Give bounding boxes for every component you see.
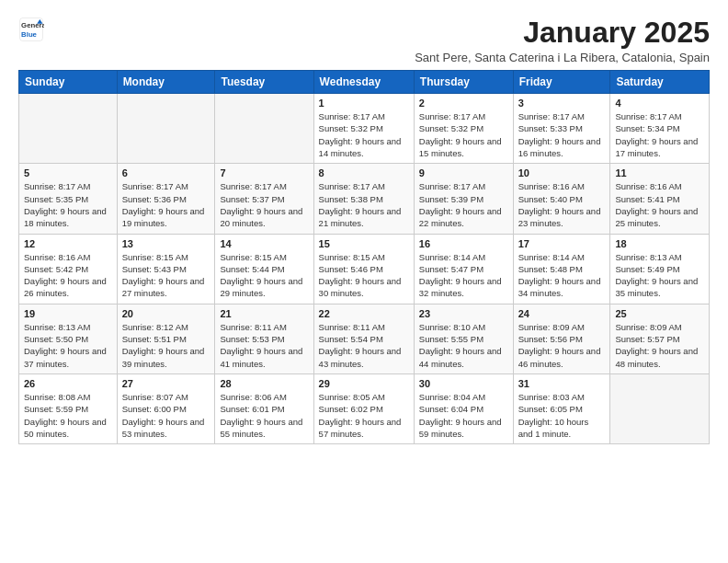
day-number: 7 xyxy=(220,167,308,178)
day-number: 18 xyxy=(615,238,704,249)
col-tuesday: Tuesday xyxy=(215,71,313,94)
day-info: Sunrise: 8:15 AM Sunset: 5:46 PM Dayligh… xyxy=(319,251,409,300)
day-number: 3 xyxy=(518,98,606,109)
day-cell: 28Sunrise: 8:06 AM Sunset: 6:01 PM Dayli… xyxy=(215,373,313,443)
day-info: Sunrise: 8:13 AM Sunset: 5:50 PM Dayligh… xyxy=(24,321,112,370)
day-info: Sunrise: 8:12 AM Sunset: 5:51 PM Dayligh… xyxy=(122,321,210,370)
month-title: January 2025 xyxy=(415,17,710,49)
day-cell: 4Sunrise: 8:17 AM Sunset: 5:34 PM Daylig… xyxy=(610,94,710,164)
day-info: Sunrise: 8:16 AM Sunset: 5:42 PM Dayligh… xyxy=(24,251,112,300)
day-number: 2 xyxy=(419,98,508,109)
day-number: 14 xyxy=(220,238,308,249)
day-info: Sunrise: 8:17 AM Sunset: 5:34 PM Dayligh… xyxy=(615,110,704,159)
day-info: Sunrise: 8:11 AM Sunset: 5:53 PM Dayligh… xyxy=(220,321,308,370)
day-number: 16 xyxy=(419,238,508,249)
calendar-table: Sunday Monday Tuesday Wednesday Thursday… xyxy=(18,70,710,444)
col-friday: Friday xyxy=(513,71,610,94)
day-number: 22 xyxy=(319,308,409,319)
day-cell: 16Sunrise: 8:14 AM Sunset: 5:47 PM Dayli… xyxy=(414,234,513,304)
day-info: Sunrise: 8:16 AM Sunset: 5:41 PM Dayligh… xyxy=(615,180,704,229)
day-number: 8 xyxy=(319,167,409,178)
calendar-page: General Blue January 2025 Sant Pere, San… xyxy=(0,0,728,461)
day-cell: 13Sunrise: 8:15 AM Sunset: 5:43 PM Dayli… xyxy=(117,234,215,304)
day-number: 31 xyxy=(518,378,606,389)
day-cell xyxy=(215,94,313,164)
day-info: Sunrise: 8:09 AM Sunset: 5:56 PM Dayligh… xyxy=(518,321,606,370)
day-number: 9 xyxy=(419,167,508,178)
header: General Blue January 2025 Sant Pere, San… xyxy=(18,17,710,64)
day-cell: 25Sunrise: 8:09 AM Sunset: 5:57 PM Dayli… xyxy=(610,304,710,373)
day-number: 5 xyxy=(24,167,112,178)
col-thursday: Thursday xyxy=(414,71,513,94)
day-number: 17 xyxy=(518,238,606,249)
day-cell: 29Sunrise: 8:05 AM Sunset: 6:02 PM Dayli… xyxy=(313,373,414,443)
day-cell: 17Sunrise: 8:14 AM Sunset: 5:48 PM Dayli… xyxy=(513,234,610,304)
col-saturday: Saturday xyxy=(610,71,710,94)
day-cell xyxy=(610,373,710,443)
day-info: Sunrise: 8:17 AM Sunset: 5:39 PM Dayligh… xyxy=(419,180,508,229)
day-info: Sunrise: 8:17 AM Sunset: 5:32 PM Dayligh… xyxy=(319,110,409,159)
day-cell: 6Sunrise: 8:17 AM Sunset: 5:36 PM Daylig… xyxy=(117,164,215,234)
col-monday: Monday xyxy=(117,71,215,94)
day-info: Sunrise: 8:17 AM Sunset: 5:36 PM Dayligh… xyxy=(122,180,210,229)
col-sunday: Sunday xyxy=(19,71,118,94)
day-cell: 8Sunrise: 8:17 AM Sunset: 5:38 PM Daylig… xyxy=(313,164,414,234)
day-number: 30 xyxy=(419,378,508,389)
day-info: Sunrise: 8:11 AM Sunset: 5:54 PM Dayligh… xyxy=(319,321,409,370)
day-cell: 7Sunrise: 8:17 AM Sunset: 5:37 PM Daylig… xyxy=(215,164,313,234)
day-info: Sunrise: 8:09 AM Sunset: 5:57 PM Dayligh… xyxy=(615,321,704,370)
day-number: 29 xyxy=(319,378,409,389)
svg-text:Blue: Blue xyxy=(21,30,38,39)
day-number: 13 xyxy=(122,238,210,249)
day-cell: 19Sunrise: 8:13 AM Sunset: 5:50 PM Dayli… xyxy=(19,304,118,373)
day-info: Sunrise: 8:14 AM Sunset: 5:47 PM Dayligh… xyxy=(419,251,508,300)
day-cell: 18Sunrise: 8:13 AM Sunset: 5:49 PM Dayli… xyxy=(610,234,710,304)
day-info: Sunrise: 8:16 AM Sunset: 5:40 PM Dayligh… xyxy=(518,180,606,229)
title-block: January 2025 Sant Pere, Santa Caterina i… xyxy=(415,17,710,64)
day-info: Sunrise: 8:17 AM Sunset: 5:38 PM Dayligh… xyxy=(319,180,409,229)
day-number: 21 xyxy=(220,308,308,319)
day-cell: 2Sunrise: 8:17 AM Sunset: 5:32 PM Daylig… xyxy=(414,94,513,164)
day-cell: 5Sunrise: 8:17 AM Sunset: 5:35 PM Daylig… xyxy=(19,164,118,234)
day-info: Sunrise: 8:13 AM Sunset: 5:49 PM Dayligh… xyxy=(615,251,704,300)
day-number: 11 xyxy=(615,167,704,178)
day-number: 19 xyxy=(24,308,112,319)
day-number: 28 xyxy=(220,378,308,389)
day-number: 10 xyxy=(518,167,606,178)
day-cell: 14Sunrise: 8:15 AM Sunset: 5:44 PM Dayli… xyxy=(215,234,313,304)
day-cell xyxy=(117,94,215,164)
day-info: Sunrise: 8:04 AM Sunset: 6:04 PM Dayligh… xyxy=(419,391,508,440)
day-number: 25 xyxy=(615,308,704,319)
day-info: Sunrise: 8:06 AM Sunset: 6:01 PM Dayligh… xyxy=(220,391,308,440)
day-number: 1 xyxy=(319,98,409,109)
day-info: Sunrise: 8:05 AM Sunset: 6:02 PM Dayligh… xyxy=(319,391,409,440)
day-cell: 10Sunrise: 8:16 AM Sunset: 5:40 PM Dayli… xyxy=(513,164,610,234)
day-number: 6 xyxy=(122,167,210,178)
day-cell: 3Sunrise: 8:17 AM Sunset: 5:33 PM Daylig… xyxy=(513,94,610,164)
day-cell: 11Sunrise: 8:16 AM Sunset: 5:41 PM Dayli… xyxy=(610,164,710,234)
day-cell: 27Sunrise: 8:07 AM Sunset: 6:00 PM Dayli… xyxy=(117,373,215,443)
week-row-2: 5Sunrise: 8:17 AM Sunset: 5:35 PM Daylig… xyxy=(19,164,710,234)
week-row-3: 12Sunrise: 8:16 AM Sunset: 5:42 PM Dayli… xyxy=(19,234,710,304)
day-info: Sunrise: 8:07 AM Sunset: 6:00 PM Dayligh… xyxy=(122,391,210,440)
day-number: 4 xyxy=(615,98,704,109)
day-number: 15 xyxy=(319,238,409,249)
day-cell xyxy=(19,94,118,164)
day-cell: 26Sunrise: 8:08 AM Sunset: 5:59 PM Dayli… xyxy=(19,373,118,443)
subtitle: Sant Pere, Santa Caterina i La Ribera, C… xyxy=(415,51,710,64)
day-cell: 24Sunrise: 8:09 AM Sunset: 5:56 PM Dayli… xyxy=(513,304,610,373)
day-number: 23 xyxy=(419,308,508,319)
day-number: 27 xyxy=(122,378,210,389)
day-cell: 23Sunrise: 8:10 AM Sunset: 5:55 PM Dayli… xyxy=(414,304,513,373)
day-number: 12 xyxy=(24,238,112,249)
day-number: 20 xyxy=(122,308,210,319)
day-info: Sunrise: 8:10 AM Sunset: 5:55 PM Dayligh… xyxy=(419,321,508,370)
day-number: 24 xyxy=(518,308,606,319)
day-cell: 21Sunrise: 8:11 AM Sunset: 5:53 PM Dayli… xyxy=(215,304,313,373)
day-cell: 1Sunrise: 8:17 AM Sunset: 5:32 PM Daylig… xyxy=(313,94,414,164)
day-info: Sunrise: 8:17 AM Sunset: 5:33 PM Dayligh… xyxy=(518,110,606,159)
logo-icon: General Blue xyxy=(18,17,44,42)
week-row-5: 26Sunrise: 8:08 AM Sunset: 5:59 PM Dayli… xyxy=(19,373,710,443)
day-cell: 9Sunrise: 8:17 AM Sunset: 5:39 PM Daylig… xyxy=(414,164,513,234)
day-cell: 31Sunrise: 8:03 AM Sunset: 6:05 PM Dayli… xyxy=(513,373,610,443)
